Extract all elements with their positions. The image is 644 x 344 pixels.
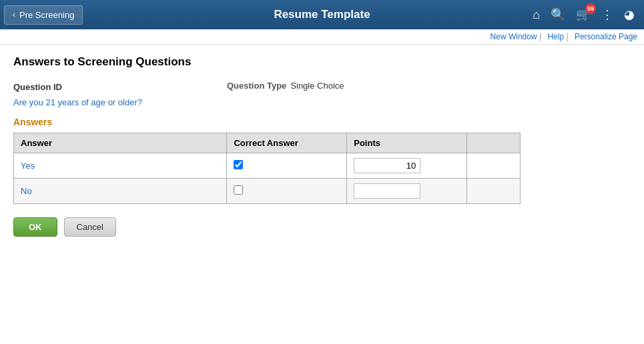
col-header-answer: Answer [14, 133, 227, 153]
more-icon[interactable]: ⋮ [599, 5, 616, 25]
points-cell [347, 179, 467, 204]
new-window-link[interactable]: New Window [491, 32, 537, 41]
cancel-button[interactable]: Cancel [64, 217, 116, 237]
cart-badge: 59 [585, 3, 596, 14]
ok-button[interactable]: OK [13, 217, 57, 237]
answer-cell: No [14, 179, 227, 204]
extra-cell [467, 153, 521, 179]
search-icon[interactable]: 🔍 [548, 5, 568, 25]
back-button[interactable]: ‹ Pre Screening [4, 5, 83, 25]
correct-answer-cell [227, 153, 347, 179]
points-input[interactable] [354, 183, 420, 199]
points-cell [347, 153, 467, 179]
col-header-extra [467, 133, 521, 153]
back-label: Pre Screening [19, 10, 74, 20]
correct-answer-checkbox[interactable] [234, 160, 243, 169]
home-icon[interactable]: ⌂ [530, 5, 543, 25]
personalize-link[interactable]: Personalize Page [575, 32, 637, 41]
cart-icon[interactable]: 🛒 59 [573, 5, 593, 25]
question-type-value: Single Choice [290, 81, 344, 91]
help-link[interactable]: Help [547, 32, 564, 41]
header-icons: ⌂ 🔍 🛒 59 ⋮ ◕ [530, 5, 644, 25]
correct-answer-cell [227, 179, 347, 204]
app-header: ‹ Pre Screening Resume Template ⌂ 🔍 🛒 59… [0, 0, 644, 29]
answers-table: Answer Correct Answer Points YesNo [13, 133, 521, 204]
main-content: Answers to Screening Questions Question … [0, 45, 644, 247]
question-text: Are you 21 years of age or older? [13, 97, 631, 107]
question-type-section: Question Type Single Choice [227, 81, 344, 91]
correct-answer-checkbox[interactable] [234, 185, 243, 195]
col-header-correct: Correct Answer [227, 133, 347, 153]
extra-cell [467, 179, 521, 204]
button-row: OK Cancel [13, 217, 631, 237]
question-id-label: Question ID [13, 81, 93, 92]
col-header-points: Points [347, 133, 467, 153]
subheader: New Window | Help | Personalize Page [0, 29, 644, 45]
table-row: Yes [14, 153, 521, 179]
answer-link[interactable]: Yes [21, 161, 35, 171]
question-type-label: Question Type [227, 81, 286, 91]
back-arrow-icon: ‹ [13, 10, 15, 19]
page-title: Answers to Screening Questions [13, 55, 631, 69]
answer-cell: Yes [14, 153, 227, 179]
app-title: Resume Template [274, 8, 370, 21]
compass-icon[interactable]: ◕ [621, 5, 637, 25]
table-row: No [14, 179, 521, 204]
answers-section-label: Answers [13, 117, 631, 127]
question-id-row: Question ID Question Type Single Choice [13, 81, 631, 92]
points-input[interactable] [354, 158, 420, 173]
answer-link[interactable]: No [21, 186, 32, 196]
